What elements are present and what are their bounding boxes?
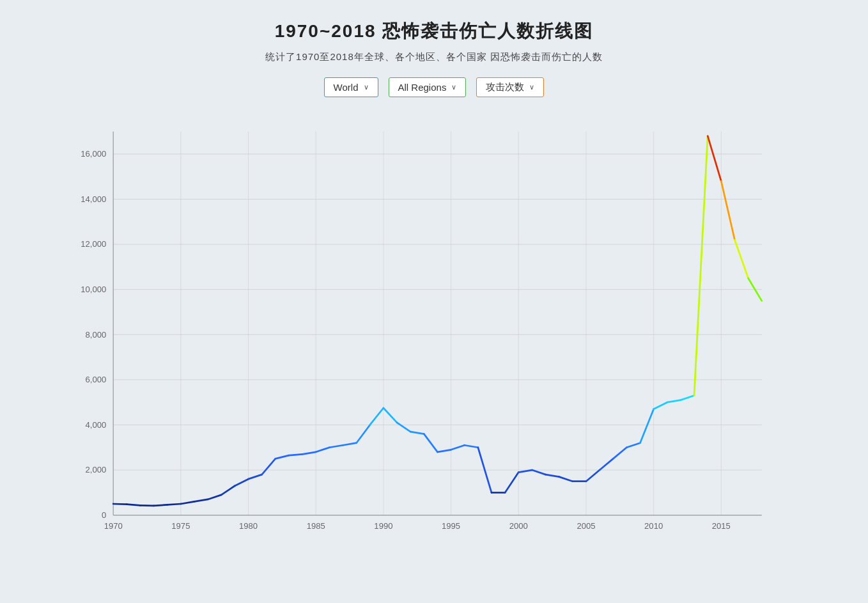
svg-line-81 xyxy=(667,400,681,403)
svg-line-46 xyxy=(194,499,208,502)
svg-line-43 xyxy=(154,505,167,505)
svg-text:2000: 2000 xyxy=(509,521,528,531)
svg-line-57 xyxy=(343,443,357,446)
svg-text:1980: 1980 xyxy=(239,521,258,531)
svg-line-62 xyxy=(410,432,424,434)
svg-line-48 xyxy=(221,486,235,495)
svg-line-70 xyxy=(518,470,532,473)
svg-line-69 xyxy=(505,473,518,493)
svg-line-60 xyxy=(384,408,397,423)
svg-line-63 xyxy=(424,434,437,452)
svg-line-58 xyxy=(357,425,370,442)
page-title: 1970~2018 恐怖袭击伤亡人数折线图 xyxy=(275,19,594,43)
svg-text:2005: 2005 xyxy=(577,521,595,531)
svg-text:1985: 1985 xyxy=(307,521,325,531)
svg-line-65 xyxy=(451,445,465,450)
page-subtitle: 统计了1970至2018年全球、各个地区、各个国家 因恐怖袭击而伤亡的人数 xyxy=(265,51,603,63)
svg-line-40 xyxy=(113,504,127,505)
svg-line-55 xyxy=(316,448,329,452)
svg-line-86 xyxy=(734,240,748,278)
region-chevron-icon: ∨ xyxy=(451,83,456,91)
svg-line-45 xyxy=(181,501,194,504)
filter-controls: World ∨ All Regions ∨ 攻击次数 ∨ xyxy=(324,77,545,97)
svg-line-51 xyxy=(262,458,275,474)
svg-line-61 xyxy=(397,423,410,432)
svg-line-82 xyxy=(681,396,694,400)
svg-line-47 xyxy=(208,495,221,499)
metric-chevron-icon: ∨ xyxy=(529,83,534,91)
svg-text:12,000: 12,000 xyxy=(81,239,106,249)
svg-line-84 xyxy=(708,136,721,182)
svg-line-79 xyxy=(640,409,654,443)
svg-line-49 xyxy=(235,479,248,486)
svg-text:4,000: 4,000 xyxy=(86,420,107,430)
svg-text:10,000: 10,000 xyxy=(81,285,106,294)
svg-line-59 xyxy=(370,408,384,425)
svg-text:6,000: 6,000 xyxy=(86,375,107,384)
svg-line-75 xyxy=(586,470,600,482)
line-chart: 02,0004,0006,0008,00010,00012,00014,0001… xyxy=(50,116,818,551)
svg-line-71 xyxy=(532,470,545,474)
svg-line-85 xyxy=(721,181,734,240)
svg-line-66 xyxy=(465,445,478,448)
world-chevron-icon: ∨ xyxy=(364,83,369,91)
svg-line-54 xyxy=(302,452,316,455)
svg-line-83 xyxy=(694,136,708,396)
svg-line-76 xyxy=(600,458,613,470)
svg-text:1970: 1970 xyxy=(104,521,123,531)
svg-line-52 xyxy=(275,455,289,458)
region-label: All Regions xyxy=(398,82,447,93)
svg-line-64 xyxy=(437,450,451,452)
svg-text:2015: 2015 xyxy=(712,521,731,531)
svg-text:14,000: 14,000 xyxy=(81,194,106,204)
svg-text:16,000: 16,000 xyxy=(81,149,106,159)
svg-text:2,000: 2,000 xyxy=(86,465,107,474)
svg-line-80 xyxy=(654,402,667,409)
metric-selector[interactable]: 攻击次数 ∨ xyxy=(476,77,544,97)
world-label: World xyxy=(334,82,359,93)
svg-line-41 xyxy=(127,505,140,506)
svg-line-44 xyxy=(167,504,181,505)
chart-container: 02,0004,0006,0008,00010,00012,00014,0001… xyxy=(50,116,818,554)
svg-line-53 xyxy=(289,454,302,455)
region-selector[interactable]: All Regions ∨ xyxy=(389,77,467,97)
svg-line-73 xyxy=(559,477,573,482)
svg-text:1975: 1975 xyxy=(171,521,190,531)
svg-text:8,000: 8,000 xyxy=(86,330,107,340)
svg-line-50 xyxy=(249,474,262,479)
svg-text:0: 0 xyxy=(102,510,106,520)
svg-text:1995: 1995 xyxy=(442,521,460,531)
world-selector[interactable]: World ∨ xyxy=(324,77,378,97)
svg-text:2010: 2010 xyxy=(644,521,663,531)
svg-text:1990: 1990 xyxy=(374,521,392,531)
svg-line-77 xyxy=(613,448,626,459)
svg-line-56 xyxy=(329,445,343,448)
svg-line-78 xyxy=(626,443,640,448)
svg-line-72 xyxy=(546,474,559,477)
metric-label: 攻击次数 xyxy=(486,81,524,93)
